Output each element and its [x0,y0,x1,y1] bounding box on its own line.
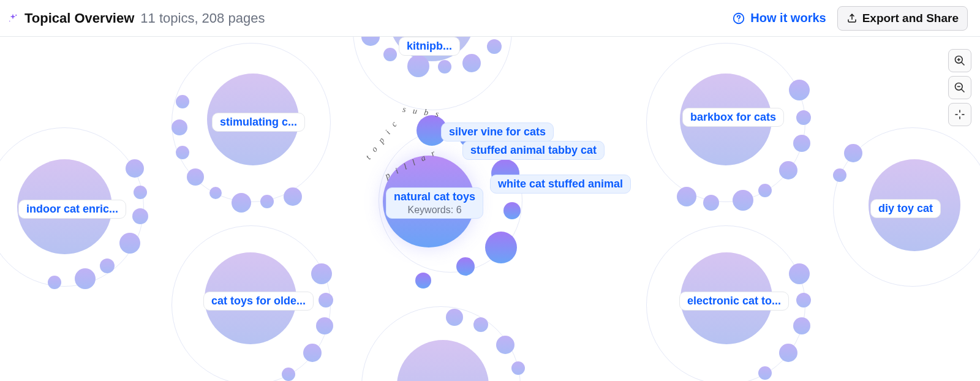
cluster-sub[interactable] [496,336,514,354]
cluster-sub[interactable] [383,48,397,61]
svg-point-3 [738,20,739,21]
cluster-sub[interactable] [473,317,488,332]
chip-white-stuffed[interactable]: white cat stuffed animal [490,175,631,194]
chip-stuffed-tabby[interactable]: stuffed animal tabby cat [462,141,605,160]
cluster-sub[interactable] [789,263,810,284]
svg-line-9 [962,89,965,92]
cluster-sub[interactable] [311,263,332,284]
how-link-label: How it works [750,11,826,25]
svg-point-1 [9,20,10,21]
cluster-chip-barkbox[interactable]: barkbox for cats [682,108,784,127]
central-sub[interactable] [456,257,475,276]
chip-silver-vine[interactable]: silver vine for cats [441,123,554,141]
cluster-sub[interactable] [187,168,204,186]
zoom-out-button[interactable] [948,76,971,99]
cluster-sub[interactable] [284,187,302,206]
cluster-chip-indoor[interactable]: indoor cat enric... [18,200,126,219]
cluster-sub[interactable] [209,187,222,199]
central-title: natural cat toys [394,190,475,203]
upload-icon [846,13,858,24]
central-sub[interactable] [415,273,431,289]
cluster-sub[interactable] [758,366,772,380]
topic-map-canvas[interactable]: kitnipb... barkbox for cats diy toy cat … [0,37,980,381]
cluster-sub[interactable] [132,208,148,224]
cluster-sub[interactable] [733,190,753,211]
cluster-sub[interactable] [779,161,797,179]
cluster-sub[interactable] [511,361,525,375]
cluster-sub[interactable] [260,195,274,208]
page-subtitle: 11 topics, 208 pages [140,10,265,26]
cluster-chip-older[interactable]: cat toys for olde... [203,292,314,311]
central-sub[interactable] [503,202,521,219]
cluster-sub[interactable] [779,344,797,362]
zoom-controls [948,49,971,126]
header: Topical Overview 11 topics, 208 pages Ho… [0,0,980,37]
help-circle-icon [732,12,745,25]
svg-point-0 [15,14,17,15]
cluster-chip-kitnip[interactable]: kitnipb... [399,37,460,56]
cluster-sub[interactable] [318,293,333,307]
cluster-sub[interactable] [75,268,96,289]
recenter-button[interactable] [948,103,971,126]
cluster-sub[interactable] [796,293,811,307]
chip-central-pillar[interactable]: natural cat toys Keywords: 6 [386,187,483,219]
cluster-sub[interactable] [232,193,251,213]
cluster-sub[interactable] [844,144,862,162]
cluster-sub[interactable] [677,187,696,206]
central-sub[interactable] [485,232,517,263]
cluster-sub[interactable] [758,184,772,197]
cluster-sub[interactable] [176,95,189,108]
cluster-sub[interactable] [126,159,144,178]
export-btn-label: Export and Share [862,12,959,25]
cluster-sub[interactable] [446,309,463,326]
cluster-sub[interactable] [316,317,333,334]
export-share-button[interactable]: Export and Share [837,6,968,31]
zoom-in-button[interactable] [948,49,971,72]
cluster-sub[interactable] [796,110,811,125]
cluster-sub[interactable] [793,135,810,152]
sparkle-icon [7,13,18,24]
cluster-sub[interactable] [833,168,846,182]
cluster-sub[interactable] [119,233,140,254]
how-it-works-link[interactable]: How it works [732,11,826,25]
cluster-sub[interactable] [487,39,502,54]
zoom-in-icon [954,55,966,67]
cluster-sub[interactable] [438,60,451,74]
cluster-sub[interactable] [462,54,481,72]
cluster-sub[interactable] [793,317,810,334]
cluster-sub[interactable] [282,368,295,381]
zoom-out-icon [954,81,966,94]
page-title: Topical Overview [24,10,134,26]
header-right: How it works Export and Share [732,6,968,31]
cluster-sub[interactable] [407,55,429,77]
cluster-sub[interactable] [100,258,115,273]
cluster-chip-electronic[interactable]: electronic cat to... [679,292,789,311]
cluster-chip-stimulating[interactable]: stimulating c... [212,113,305,132]
cluster-sub[interactable] [48,276,61,289]
recenter-icon [954,108,966,121]
cluster-sub[interactable] [134,186,147,199]
cluster-sub[interactable] [303,344,322,362]
cluster-sub[interactable] [176,146,189,159]
central-keywords: Keywords: 6 [394,205,475,216]
cluster-sub[interactable] [789,80,810,100]
cluster-chip-diy[interactable]: diy toy cat [870,199,941,218]
header-left: Topical Overview 11 topics, 208 pages [7,10,265,26]
svg-line-5 [962,62,965,66]
cluster-sub[interactable] [172,119,187,135]
cluster-sub[interactable] [703,195,719,211]
